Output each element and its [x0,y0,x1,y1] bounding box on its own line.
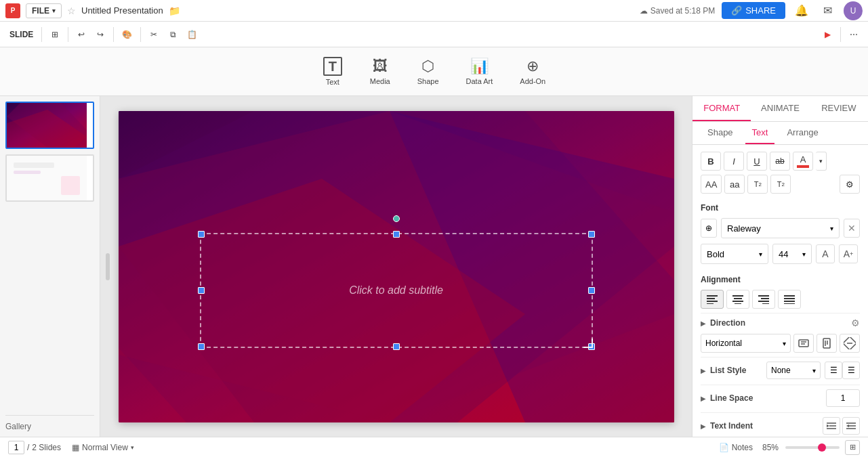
cloud-icon: ☁ [640,6,648,16]
uppercase-button[interactable]: AA [701,175,722,194]
notifications-icon[interactable]: 🔔 [792,1,811,20]
insert-media-button[interactable]: 🖼 Media [363,53,397,89]
svg-marker-40 [827,425,829,427]
copy-button[interactable]: ⧉ [164,25,182,44]
list-style-selector[interactable]: None ▾ [766,362,821,379]
direction-settings-icon[interactable]: ⚙ [851,318,860,328]
text-settings-button[interactable]: ⚙ [840,175,860,194]
paste-button[interactable]: 📋 [183,25,201,44]
redo-button[interactable]: ↪ [91,25,109,44]
insert-data-art-button[interactable]: 📊 Data Art [459,53,500,89]
file-menu-arrow: ▾ [52,7,56,14]
share-button[interactable]: 🔗 SHARE [722,2,785,19]
line-space-input[interactable] [826,389,860,407]
font-style-selector[interactable]: Bold ▾ [701,244,768,264]
tab-review[interactable]: REVIEW [810,96,868,121]
direction-btn-3[interactable] [840,334,860,353]
indent-decrease-button[interactable] [823,417,840,435]
insert-text-button[interactable]: T Text [316,53,350,90]
resize-handle-bl[interactable] [198,343,205,350]
slide-thumbnail-1[interactable] [5,102,94,149]
toolbar-left: SLIDE ⊞ ↩ ↪ 🎨 ✂ ⧉ 📋 [5,25,201,44]
slide-item-1[interactable]: 1 [5,102,94,149]
cut-button[interactable]: ✂ [145,25,163,44]
resize-handle-bc[interactable] [393,343,400,350]
divider-4 [140,27,141,42]
normal-view-button[interactable]: ▦ Normal View ▾ [66,441,140,454]
play-button[interactable]: ▶ [819,25,836,44]
lowercase-button[interactable]: aa [724,175,745,194]
current-slide-input[interactable] [8,441,24,454]
paint-format-button[interactable]: 🎨 [118,25,136,44]
undo-button[interactable]: ↩ [73,25,90,44]
tab-format[interactable]: FORMAT [693,96,751,121]
align-center-button[interactable] [726,290,749,309]
favorite-icon[interactable]: ☆ [67,5,76,16]
notes-button[interactable]: 📄 Notes [715,441,757,454]
text-direction-icon-3 [844,337,856,349]
tab-animate[interactable]: ANIMATE [751,96,809,121]
rotate-handle[interactable] [393,215,400,222]
gallery-label-area: Gallery [5,415,94,431]
align-left-button[interactable] [701,290,724,309]
direction-btn-2[interactable] [817,334,837,353]
text-indent-section[interactable]: ▶ Text Indent [701,412,860,437]
add-on-label: Add-On [520,77,545,85]
indent-increase-icon [846,422,856,430]
font-size-increase-button[interactable]: A+ [839,244,858,263]
svg-rect-4 [14,162,54,168]
user-avatar[interactable]: U [844,1,863,20]
resize-handle-tl[interactable] [198,231,205,238]
font-size-selector[interactable]: 44 ▾ [772,244,812,264]
subtab-shape[interactable]: Shape [701,122,740,144]
direction-section[interactable]: ▶ Direction ⚙ [701,313,860,332]
layout-button[interactable]: ⊞ [46,25,64,44]
text-color-dropdown[interactable]: ▾ [816,152,827,171]
resize-handle-tc[interactable] [393,231,400,238]
zoom-value: 85% [762,443,783,452]
slide-thumbnail-2[interactable] [5,154,94,202]
direction-btn-1[interactable] [793,334,814,353]
align-right-button[interactable] [752,290,775,309]
indent-increase-button[interactable] [842,417,860,435]
resize-handle-ml[interactable] [198,287,205,294]
subtab-text[interactable]: Text [745,122,775,144]
strikethrough-button[interactable]: ab [770,152,790,171]
subscript-button[interactable]: T2 [770,175,791,194]
line-space-section[interactable]: ▶ Line Space [701,385,860,411]
font-size-decrease-button[interactable]: A [816,244,835,263]
slide-item-2[interactable]: 2 [5,154,94,202]
insert-add-on-button[interactable]: ⊕ Add-On [513,53,552,89]
list-style-arrow: ▾ [812,367,816,374]
list-style-section[interactable]: ▶ List Style None ▾ ☰ ☰ [701,357,860,383]
resize-handle-tr[interactable] [588,231,595,238]
font-family-selector[interactable]: Raleway ▾ [721,218,840,238]
font-copy-button[interactable]: ⊕ [701,219,717,238]
resize-handle-mr[interactable] [588,287,595,294]
fit-screen-button[interactable]: ⊞ [845,440,860,455]
text-label: Text [326,78,339,86]
insert-shape-button[interactable]: ⬡ Shape [411,53,446,89]
subtab-arrange[interactable]: Arrange [780,122,825,144]
underline-button[interactable]: U [747,152,767,171]
list-outdent-button[interactable]: ☰ [842,362,860,379]
direction-controls: Horizontal ▾ [701,334,860,353]
direction-selector[interactable]: Horizontal ▾ [701,334,791,353]
file-menu-button[interactable]: FILE ▾ [26,3,62,18]
bold-button[interactable]: B [701,152,721,171]
left-resize-handle[interactable] [106,253,110,280]
superscript-button[interactable]: T2 [747,175,768,194]
more-options-button[interactable]: ⋯ [845,25,863,44]
subtitle-textbox[interactable]: Click to add subtitle [200,233,593,348]
zoom-thumb[interactable] [818,443,826,452]
align-justify-button[interactable] [778,290,801,309]
font-size-arrow: ▾ [802,251,806,258]
font-reset-button[interactable]: ✕ [844,219,860,238]
list-indent-button[interactable]: ☰ [825,362,842,379]
italic-button[interactable]: I [724,152,744,171]
document-title[interactable]: Untitled Presentation [81,5,163,16]
zoom-slider[interactable] [785,446,840,449]
mail-icon[interactable]: ✉ [818,1,837,20]
slide-canvas[interactable]: Click to add subtitle [119,111,674,422]
text-color-button[interactable]: A [793,152,813,171]
